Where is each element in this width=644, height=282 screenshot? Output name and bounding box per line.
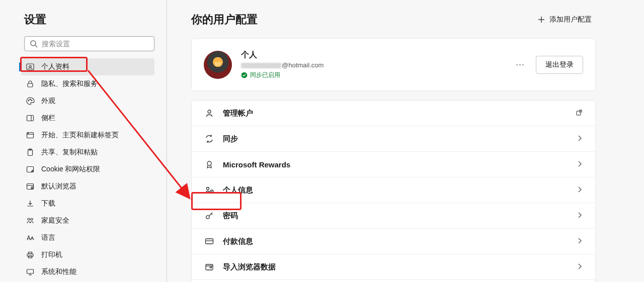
profile-name: 个人: [241, 50, 504, 60]
sidebar-item-languages[interactable]: 语言: [21, 229, 154, 246]
svg-rect-23: [29, 252, 32, 254]
svg-point-34: [207, 187, 209, 190]
sidebar-item-profiles[interactable]: 个人资料: [21, 58, 154, 75]
svg-point-12: [28, 133, 28, 134]
plus-icon: [537, 16, 545, 24]
sidebar-item-system[interactable]: 系统和性能: [21, 263, 154, 280]
settings-nav: 个人资料 隐私、搜索和服务 外观 侧栏 开始、主页和新建标签页 共享、复制和粘贴: [24, 58, 154, 282]
more-button[interactable]: ···: [513, 57, 528, 72]
row-profile-preferences[interactable]: 用户配置偏好设置: [192, 279, 595, 282]
external-link-icon: [575, 109, 583, 118]
row-personal-info[interactable]: 个人信息: [192, 177, 595, 203]
system-icon: [25, 267, 35, 277]
settings-title: 设置: [24, 12, 154, 27]
svg-point-5: [28, 100, 29, 101]
sidebar-item-privacy[interactable]: 隐私、搜索和服务: [21, 75, 154, 92]
sync-icon: [204, 133, 215, 144]
family-icon: [25, 216, 35, 226]
row-label: 导入浏览器数据: [223, 262, 576, 272]
row-import[interactable]: 导入浏览器数据: [192, 254, 595, 279]
page-title: 你的用户配置: [191, 12, 258, 27]
sidebar-item-label: 隐私、搜索和服务: [41, 79, 98, 88]
sidebar-item-label: 语言: [41, 233, 55, 242]
svg-rect-4: [28, 83, 33, 87]
sidebar-item-label: 共享、复制和粘贴: [41, 148, 98, 157]
row-payment[interactable]: 付款信息: [192, 228, 595, 254]
sidebar-icon: [25, 113, 35, 123]
row-label: 付款信息: [223, 237, 576, 246]
row-sync[interactable]: 同步: [192, 126, 595, 151]
key-icon: [204, 210, 215, 221]
email-redacted: [241, 63, 281, 68]
profile-settings-list: 管理帐户 同步 Microsoft Rewards 个人信息 密码: [191, 100, 596, 282]
sidebar-item-label: 个人资料: [41, 62, 69, 71]
settings-sidebar: 设置 个人资料 隐私、搜索和服务 外观 侧栏: [0, 0, 167, 282]
search-icon: [30, 40, 38, 48]
profile-card: 个人 @hotmail.com 同步已启用 ··· 退出登录: [191, 38, 596, 91]
svg-point-3: [29, 65, 31, 67]
search-input[interactable]: [42, 40, 149, 48]
chevron-right-icon: [576, 160, 583, 169]
sync-status-label: 同步已启用: [250, 71, 280, 79]
sidebar-item-share[interactable]: 共享、复制和粘贴: [21, 144, 154, 161]
import-icon: [204, 261, 215, 272]
row-passwords[interactable]: 密码: [192, 203, 595, 228]
row-label: 个人信息: [223, 185, 576, 195]
chevron-right-icon: [576, 186, 583, 195]
email-suffix: @hotmail.com: [282, 61, 324, 69]
sidebar-item-label: 侧栏: [41, 114, 55, 123]
svg-rect-25: [27, 269, 34, 273]
svg-point-21: [31, 218, 33, 220]
sidebar-item-default-browser[interactable]: 默认浏览器: [21, 178, 154, 195]
sidebar-item-label: 外观: [41, 97, 55, 106]
svg-point-7: [31, 100, 32, 101]
svg-point-0: [31, 41, 36, 46]
svg-point-16: [32, 170, 33, 171]
signout-button[interactable]: 退出登录: [536, 56, 583, 74]
sidebar-item-printers[interactable]: 打印机: [21, 246, 154, 263]
add-profile-label: 添加用户配置: [549, 15, 592, 24]
sidebar-item-label: 默认浏览器: [41, 182, 76, 191]
palette-icon: [25, 96, 35, 106]
sync-status: 同步已启用: [241, 71, 504, 79]
clipboard-icon: [25, 147, 35, 157]
language-icon: [25, 233, 35, 243]
sidebar-item-label: 家庭安全: [41, 216, 69, 225]
add-profile-button[interactable]: 添加用户配置: [533, 12, 596, 27]
sidebar-item-downloads[interactable]: 下载: [21, 195, 154, 212]
row-label: 管理帐户: [223, 109, 575, 118]
sidebar-item-label: 下载: [41, 199, 55, 208]
svg-point-31: [208, 110, 211, 113]
card-icon: [204, 236, 215, 247]
row-rewards[interactable]: Microsoft Rewards: [192, 151, 595, 177]
sidebar-item-sidebar[interactable]: 侧栏: [21, 110, 154, 127]
sidebar-item-start[interactable]: 开始、主页和新建标签页: [21, 127, 154, 144]
sidebar-item-label: 打印机: [41, 250, 62, 259]
browser-icon: [25, 181, 35, 192]
sidebar-item-appearance[interactable]: 外观: [21, 92, 154, 110]
svg-point-33: [207, 161, 211, 165]
personal-info-icon: [204, 184, 215, 196]
svg-rect-2: [27, 64, 34, 70]
chevron-right-icon: [576, 263, 583, 271]
sidebar-item-family[interactable]: 家庭安全: [21, 212, 154, 229]
sidebar-item-cookies[interactable]: Cookie 和网站权限: [21, 161, 154, 178]
svg-point-36: [206, 216, 209, 219]
check-circle-icon: [241, 72, 248, 78]
row-label: 密码: [223, 211, 576, 221]
search-box[interactable]: [24, 36, 154, 51]
sidebar-item-label: 开始、主页和新建标签页: [41, 131, 119, 140]
sidebar-item-label: 系统和性能: [41, 267, 76, 276]
row-label: 同步: [223, 134, 576, 144]
svg-rect-8: [27, 116, 34, 121]
person-card-icon: [25, 62, 35, 72]
lock-icon: [25, 79, 35, 89]
cookie-icon: [25, 164, 35, 174]
person-icon: [204, 108, 215, 119]
svg-rect-37: [206, 239, 213, 244]
row-manage-account[interactable]: 管理帐户: [192, 101, 595, 126]
printer-icon: [25, 250, 35, 260]
chevron-right-icon: [576, 237, 583, 246]
home-tab-icon: [25, 130, 35, 140]
download-icon: [25, 199, 35, 209]
